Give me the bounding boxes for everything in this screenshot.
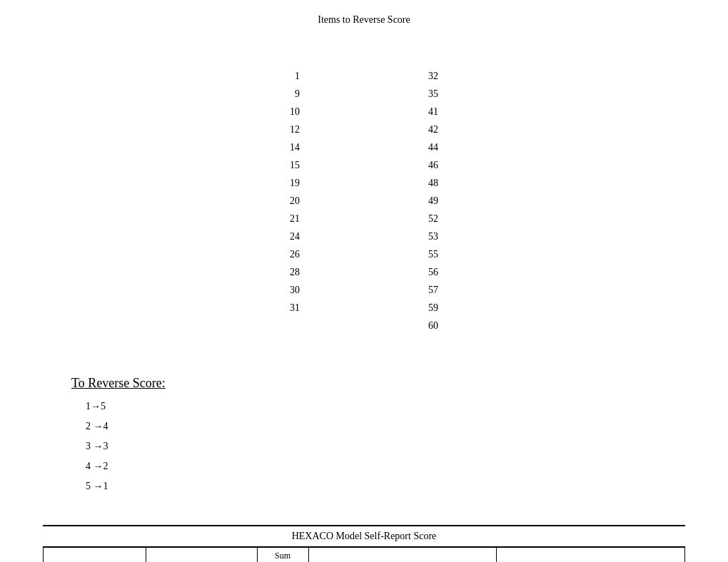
right-numbers-column: 323541424446484952535556575960 [428, 68, 438, 333]
table-header-row: Facet Scale Item Number SumThreeItems To… [44, 548, 685, 563]
reverse-score-title: To Reverse Score: [71, 376, 685, 391]
col-header-facet: Facet Scale [44, 548, 146, 563]
hexaco-title: HEXACO Model Self-Report Score [43, 526, 685, 547]
number-item: 24 [290, 229, 300, 244]
number-item: 28 [290, 265, 300, 280]
col-header-find-factor: To find factor score, divide Grand Total… [497, 548, 685, 563]
number-item: 21 [290, 211, 300, 226]
reverse-score-list: 1→52 →43 →34 →25 →1 [86, 397, 685, 496]
number-item: 31 [290, 300, 300, 315]
reverse-mapping-item: 4 →2 [86, 456, 685, 476]
col-header-sum: SumThreeItems [257, 548, 308, 563]
col-header-find-facet: To find Facet Score, divide sum of items… [308, 548, 497, 563]
number-item: 32 [428, 68, 438, 83]
hexaco-table: Facet Scale Item Number SumThreeItems To… [43, 547, 685, 562]
number-item: 57 [428, 282, 438, 297]
number-item: 53 [428, 229, 438, 244]
left-numbers-column: 19101214151920212426283031 [290, 68, 300, 333]
number-item: 9 [295, 86, 300, 101]
number-item: 30 [290, 282, 300, 297]
number-item: 59 [428, 300, 438, 315]
number-item: 20 [290, 193, 300, 208]
number-item: 60 [428, 318, 438, 333]
page-title: Items to Reverse Score [43, 14, 685, 26]
reverse-score-section: To Reverse Score: 1→52 →43 →34 →25 →1 [71, 376, 685, 496]
reverse-mapping-item: 2 →4 [86, 417, 685, 436]
number-item: 1 [295, 68, 300, 83]
number-item: 15 [290, 158, 300, 173]
number-item: 44 [428, 140, 438, 155]
number-item: 48 [428, 175, 438, 190]
number-item: 46 [428, 158, 438, 173]
number-item: 42 [428, 122, 438, 137]
reverse-mapping-item: 5 →1 [86, 476, 685, 496]
number-item: 14 [290, 140, 300, 155]
number-item: 56 [428, 265, 438, 280]
number-item: 52 [428, 211, 438, 226]
hexaco-section: HEXACO Model Self-Report Score Facet Sca… [43, 525, 685, 562]
number-item: 35 [428, 86, 438, 101]
col-header-item: Item Number [146, 548, 257, 563]
numbers-section: 19101214151920212426283031 3235414244464… [43, 68, 685, 333]
number-item: 26 [290, 247, 300, 262]
number-item: 19 [290, 175, 300, 190]
number-item: 10 [290, 104, 300, 119]
number-item: 55 [428, 247, 438, 262]
number-item: 12 [290, 122, 300, 137]
reverse-mapping-item: 1→5 [86, 397, 685, 417]
reverse-mapping-item: 3 →3 [86, 436, 685, 456]
number-item: 41 [428, 104, 438, 119]
number-item: 49 [428, 193, 438, 208]
